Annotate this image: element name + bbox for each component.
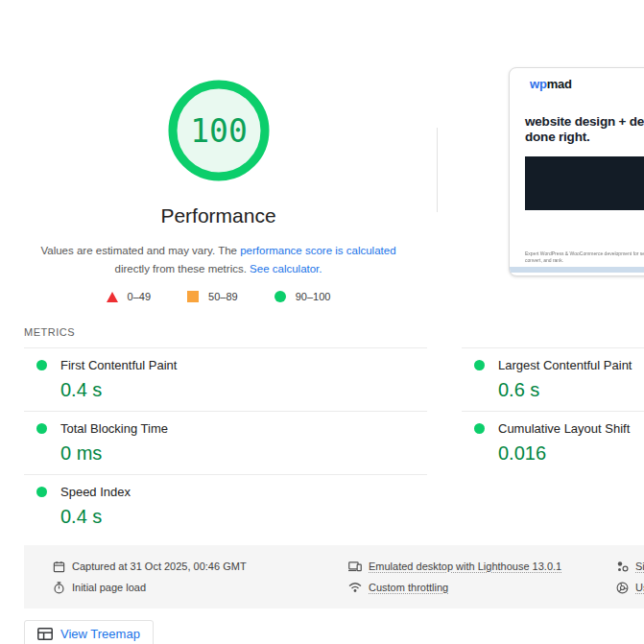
legend-fail: 0–49 xyxy=(107,291,151,302)
metric-value: 0.6 s xyxy=(498,378,644,401)
metric-label: Largest Contentful Paint xyxy=(498,358,632,372)
calendar-icon xyxy=(53,561,65,573)
site-hero-image xyxy=(525,156,644,210)
view-treemap-button[interactable]: View Treemap xyxy=(24,620,154,644)
metric-value: 0.016 xyxy=(498,441,644,465)
metric-total-blocking-time: Total Blocking Time 0 ms xyxy=(24,411,427,474)
legend-average-range: 50–89 xyxy=(208,291,238,302)
header-vertical-divider xyxy=(437,128,438,212)
score-calculated-link[interactable]: performance score is calculated xyxy=(240,245,395,256)
site-logo: wpmad xyxy=(530,77,572,91)
meta-browser-text: Using He xyxy=(635,582,644,593)
view-treemap-label: View Treemap xyxy=(60,627,140,641)
legend-pass-range: 90–100 xyxy=(296,291,331,302)
meta-captured: Captured at 31 Oct 2025, 00:46 GMT xyxy=(53,561,348,573)
legend-average: 50–89 xyxy=(187,291,238,302)
disclaimer-text-1: Values are estimated and may vary. The xyxy=(40,245,240,256)
metrics-section: METRICS First Contentful Paint 0.4 s Lar… xyxy=(0,324,644,537)
site-footer-bar xyxy=(510,267,644,273)
meta-page-load-text: Initial page load xyxy=(72,582,146,593)
pass-dot-icon xyxy=(36,487,47,497)
category-title: Performance xyxy=(0,203,437,228)
site-logo-wp: wp xyxy=(530,77,547,91)
metric-label: Cumulative Layout Shift xyxy=(498,421,630,436)
chromium-icon xyxy=(616,582,629,594)
meta-emulation: Emulated desktop with Lighthouse 13.0.1 xyxy=(348,561,616,572)
meta-page-load: Initial page load xyxy=(53,582,348,594)
site-heading: website design + dev done right. xyxy=(510,91,644,145)
metrics-section-label: METRICS xyxy=(24,324,644,340)
metric-label: Speed Index xyxy=(60,485,131,499)
score-legend: 0–49 50–89 90–100 xyxy=(0,291,437,302)
run-settings-footer: Captured at 31 Oct 2025, 00:46 GMT Emula… xyxy=(24,545,644,608)
performance-score-gauge[interactable]: 100 xyxy=(168,80,270,181)
metric-speed-index: Speed Index 0.4 s xyxy=(24,474,427,537)
meta-session: Single-p xyxy=(616,561,644,573)
pass-dot-icon xyxy=(474,423,485,434)
performance-score-value: 100 xyxy=(190,112,248,150)
lighthouse-report: 100 Performance Values are estimated and… xyxy=(0,0,644,644)
page-screenshot-thumbnail[interactable]: wpmad Design C website design + dev done… xyxy=(509,67,644,276)
legend-pass: 90–100 xyxy=(274,291,331,302)
score-gauge-column: 100 Performance Values are estimated and… xyxy=(0,0,437,302)
meta-browser: Using He xyxy=(616,582,644,594)
meta-throttling-text: Custom throttling xyxy=(369,582,448,593)
site-heading-line1: website design + dev xyxy=(525,114,644,129)
metric-label: First Contentful Paint xyxy=(60,358,177,372)
metric-grid: First Contentful Paint 0.4 s Largest Con… xyxy=(24,347,644,537)
score-disclaimer: Values are estimated and may vary. The p… xyxy=(0,242,437,277)
meta-throttling: Custom throttling xyxy=(348,582,616,593)
metric-value: 0.4 s xyxy=(60,505,427,528)
treemap-icon xyxy=(37,628,53,640)
legend-fail-range: 0–49 xyxy=(128,291,151,302)
metric-first-contentful-paint: First Contentful Paint 0.4 s xyxy=(24,347,427,411)
meta-captured-text: Captured at 31 Oct 2025, 00:46 GMT xyxy=(72,561,247,572)
pass-dot-icon xyxy=(36,423,47,434)
pass-dot-icon xyxy=(474,360,485,370)
see-calculator-link[interactable]: See calculator. xyxy=(250,263,322,274)
samples-icon xyxy=(616,561,629,573)
meta-session-text: Single-p xyxy=(635,561,644,572)
site-heading-line2: done right. xyxy=(525,130,590,144)
disclaimer-text-2: directly from these metrics. xyxy=(114,263,250,274)
metric-value: 0.4 s xyxy=(60,378,427,401)
site-logo-mad: mad xyxy=(547,77,572,91)
metric-value: 0 ms xyxy=(60,441,427,465)
thumbnail-site-header: wpmad Design C xyxy=(510,68,644,91)
stopwatch-icon xyxy=(53,582,65,594)
metric-cumulative-layout-shift: Cumulative Layout Shift 0.016 xyxy=(462,411,644,474)
site-body-text: Expert WordPress & WooCommerce developme… xyxy=(510,237,644,264)
network-throttle-icon xyxy=(348,582,362,593)
metric-largest-contentful-paint: Largest Contentful Paint 0.6 s xyxy=(462,347,644,411)
meta-emulation-text: Emulated desktop with Lighthouse 13.0.1 xyxy=(369,561,561,572)
performance-header: 100 Performance Values are estimated and… xyxy=(0,0,644,324)
pass-dot-icon xyxy=(36,360,47,370)
fail-triangle-icon xyxy=(107,292,118,302)
devices-icon xyxy=(348,561,362,572)
pass-circle-icon xyxy=(274,291,286,302)
average-square-icon xyxy=(187,291,199,302)
metric-label: Total Blocking Time xyxy=(60,421,168,436)
